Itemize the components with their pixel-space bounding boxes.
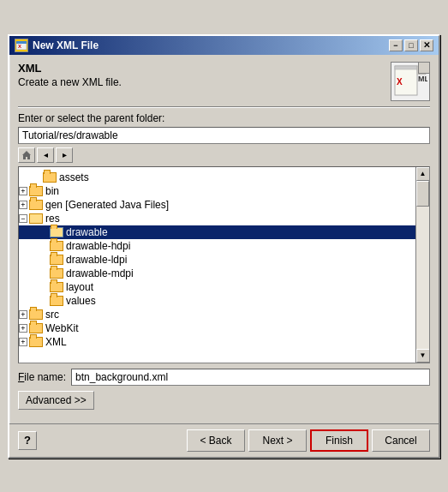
svg-rect-6 xyxy=(417,66,426,75)
folder-icon xyxy=(29,309,43,320)
tree-node-label: drawable xyxy=(66,226,108,238)
svg-text:X: X xyxy=(18,44,21,49)
navigation-buttons: < Back Next > Finish Cancel xyxy=(187,429,430,452)
tree-node-label: drawable-mdpi xyxy=(66,267,134,279)
list-item[interactable]: + XML xyxy=(19,335,415,349)
titlebar: X New XML File − □ ✕ xyxy=(9,36,439,55)
titlebar-controls: − □ ✕ xyxy=(389,39,433,51)
tree-node-label: WebKit xyxy=(45,322,78,334)
scroll-up-button[interactable]: ▲ xyxy=(416,167,430,181)
xml-file-icon: X ML xyxy=(391,62,430,101)
tree-node-label: drawable-ldpi xyxy=(66,254,127,266)
tree-node-label: res xyxy=(45,213,60,225)
expand-icon[interactable]: + xyxy=(19,187,27,195)
folder-tree: assets + bin + gen [Generated Java Files… xyxy=(18,166,430,363)
folder-icon xyxy=(50,282,63,292)
folder-icon xyxy=(50,255,63,265)
filename-input[interactable] xyxy=(71,369,430,386)
folder-icon xyxy=(50,241,63,251)
folder-icon xyxy=(50,227,63,237)
list-item[interactable]: drawable-hdpi xyxy=(19,239,415,253)
list-item[interactable]: + src xyxy=(19,308,415,321)
main-window: X New XML File − □ ✕ XML Create a new XM… xyxy=(8,34,440,459)
tree-node-label: drawable-hdpi xyxy=(66,240,130,252)
help-button[interactable]: ? xyxy=(18,431,37,450)
folder-label: Enter or select the parent folder: xyxy=(18,112,430,124)
list-item[interactable]: − res xyxy=(19,212,415,225)
filename-label: File name: xyxy=(18,371,66,383)
tree-navbar: ◂ ▸ xyxy=(18,147,430,163)
list-item[interactable]: layout xyxy=(19,280,415,294)
scroll-thumb[interactable] xyxy=(416,181,429,207)
list-item[interactable]: drawable-mdpi xyxy=(19,267,415,280)
tree-content: assets + bin + gen [Generated Java Files… xyxy=(19,167,415,363)
tree-node-label: layout xyxy=(66,281,93,293)
list-item[interactable]: drawable-ldpi xyxy=(19,253,415,267)
tree-node-label: assets xyxy=(59,171,89,183)
header-row: XML Create a new XML file. X ML xyxy=(18,62,430,101)
header-divider xyxy=(18,106,430,107)
finish-button[interactable]: Finish xyxy=(310,429,368,452)
svg-marker-8 xyxy=(22,151,31,159)
folder-icon xyxy=(50,268,63,279)
next-button[interactable]: Next > xyxy=(248,429,307,452)
tree-node-label: gen [Generated Java Files] xyxy=(45,199,169,211)
svg-text:X: X xyxy=(397,77,403,87)
dialog-content: XML Create a new XML file. X ML Enter or… xyxy=(9,55,439,417)
scroll-down-button[interactable]: ▼ xyxy=(416,349,430,363)
expand-icon[interactable]: + xyxy=(19,338,27,346)
folder-icon xyxy=(43,172,57,183)
list-item[interactable]: assets xyxy=(19,171,415,184)
window-title: New XML File xyxy=(33,39,99,51)
list-item[interactable]: + WebKit xyxy=(19,321,415,335)
cancel-button[interactable]: Cancel xyxy=(372,429,430,452)
folder-icon xyxy=(29,337,43,347)
list-item[interactable]: + gen [Generated Java Files] xyxy=(19,198,415,212)
vertical-scrollbar[interactable]: ▲ ▼ xyxy=(415,167,429,363)
section-subtitle: Create a new XML file. xyxy=(18,76,122,88)
scroll-track xyxy=(416,181,429,349)
tree-node-label: values xyxy=(66,295,96,307)
expand-icon[interactable]: + xyxy=(19,324,27,333)
folder-input[interactable] xyxy=(18,127,430,144)
minimize-button[interactable]: − xyxy=(389,39,403,51)
tree-node-label: bin xyxy=(45,185,59,197)
header-text-area: XML Create a new XML file. xyxy=(18,62,122,95)
back-nav-button[interactable]: ◂ xyxy=(37,147,54,163)
svg-rect-4 xyxy=(395,66,417,69)
section-title: XML xyxy=(18,62,122,75)
list-item[interactable]: drawable xyxy=(19,225,415,239)
bottom-bar: ? < Back Next > Finish Cancel xyxy=(9,423,439,457)
svg-text:ML: ML xyxy=(418,75,427,83)
titlebar-left: X New XML File xyxy=(15,39,99,52)
tree-node-label: XML xyxy=(45,336,67,348)
expand-icon[interactable]: + xyxy=(19,310,27,319)
expand-icon[interactable]: + xyxy=(19,201,27,209)
back-button[interactable]: < Back xyxy=(187,429,245,452)
folder-icon xyxy=(29,200,43,210)
folder-icon xyxy=(29,186,43,196)
advanced-button[interactable]: Advanced >> xyxy=(18,391,94,410)
forward-nav-button[interactable]: ▸ xyxy=(56,147,73,163)
folder-icon xyxy=(29,323,43,333)
folder-icon xyxy=(50,296,63,306)
folder-open-icon xyxy=(29,213,43,224)
tree-node-label: src xyxy=(45,309,59,321)
home-nav-button[interactable] xyxy=(18,147,35,163)
expand-icon[interactable]: − xyxy=(19,214,27,223)
filename-row: File name: xyxy=(18,369,430,386)
list-item[interactable]: values xyxy=(19,294,415,308)
window-icon: X xyxy=(15,39,28,52)
list-item[interactable]: + bin xyxy=(19,184,415,198)
maximize-button[interactable]: □ xyxy=(404,39,418,51)
close-button[interactable]: ✕ xyxy=(420,39,433,51)
